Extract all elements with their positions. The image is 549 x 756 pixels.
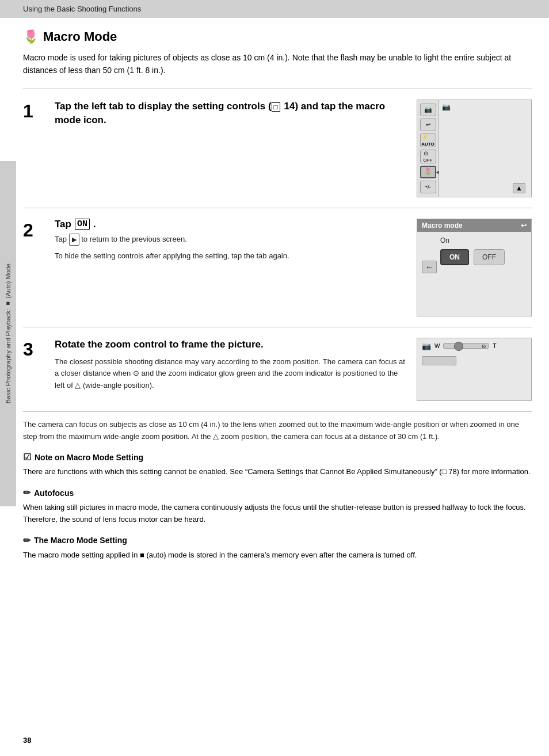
step-2-desc-2: To hide the setting controls after apply… [55, 250, 405, 262]
step-2-image: Macro mode ↩ ← On ON OFF [417, 219, 532, 316]
note-text-2: When taking still pictures in macro mode… [23, 502, 532, 526]
note-section-2: ✏ Autofocus When taking still pictures i… [23, 487, 532, 526]
macro-mode-icon: 🌷 [23, 29, 39, 44]
step-2-desc-1: Tap ▶ to return to the previous screen. [55, 234, 405, 246]
step-3-desc: The closest possible shooting distance m… [55, 356, 405, 392]
side-tab: Basic Photography and Playback: ■ (Auto)… [0, 161, 16, 506]
note-text-1: There are functions with which this sett… [23, 466, 532, 478]
section-title-block: 🌷 Macro Mode [23, 29, 532, 44]
cam-btn-camera: 📷 [420, 104, 436, 116]
step-2-camera-ui: Macro mode ↩ ← On ON OFF [417, 219, 532, 316]
note-heading-3: The Macro Mode Setting [34, 536, 127, 545]
cam3-tele-label: T [493, 343, 496, 349]
main-content: 🌷 Macro Mode Macro mode is used for taki… [23, 18, 532, 562]
cam-btn-exposure: +/- [420, 181, 436, 193]
cam2-on-button[interactable]: ON [440, 249, 469, 265]
cam2-back-btn: ← [422, 261, 437, 273]
note-check-icon: ☑ [23, 452, 31, 463]
note-pencil-icon-1: ✏ [23, 487, 30, 498]
step-1-image: 📷 ↩ ⚡AUTO ⊙OFF 🌷 ◀ [417, 100, 532, 197]
cam2-on-label: On [440, 236, 525, 245]
cam-top-camera-icon: 📷 [442, 103, 451, 111]
cam3-zoom-indicator: ⊙ [443, 343, 489, 349]
step-3-number: 3 [23, 338, 43, 358]
note-section-1: ☑ Note on Macro Mode Setting There are f… [23, 452, 532, 478]
note-title-2: ✏ Autofocus [23, 487, 532, 498]
cam2-return-icon: ↩ [521, 222, 527, 230]
note-pencil-icon-2: ✏ [23, 535, 30, 546]
side-tab-label: Basic Photography and Playback: ■ (Auto)… [4, 264, 12, 403]
intro-paragraph: Macro mode is used for taking pictures o… [23, 51, 532, 77]
cam-toolbar-1: 📷 ↩ ⚡AUTO ⊙OFF 🌷 ◀ [417, 100, 439, 197]
cam2-toggle-buttons: ON OFF [440, 249, 525, 265]
note-section-3: ✏ The Macro Mode Setting The macro mode … [23, 535, 532, 562]
cam-btn-self-timer: ⊙OFF [420, 150, 436, 163]
header-title: Using the Basic Shooting Functions [23, 5, 141, 13]
cam-main-view-1: 📷 ▲ [439, 100, 531, 197]
page-ref-icon-1: □ [272, 102, 280, 112]
return-icon-inline: ▶ [69, 234, 79, 246]
cam2-header: Macro mode ↩ [417, 219, 531, 232]
step-1-number: 1 [23, 100, 43, 120]
cam3-wide-label: W [434, 343, 440, 349]
cam3-zoom-circle [454, 342, 463, 351]
step-1-title: Tap the left tab to display the setting … [55, 100, 405, 127]
step-3-title: Rotate the zoom control to frame the pic… [55, 338, 405, 352]
step-3-block: 3 Rotate the zoom control to frame the p… [23, 327, 532, 412]
cam2-header-title: Macro mode [422, 222, 463, 230]
cam3-top-bar: 📷 W ⊙ T [417, 338, 531, 354]
cam3-camera-icon: 📷 [422, 342, 431, 350]
step-1-camera-ui: 📷 ↩ ⚡AUTO ⊙OFF 🌷 ◀ [417, 100, 532, 197]
step-2-content: Tap ON. Tap ▶ to return to the previous … [55, 219, 405, 262]
note-title-3: ✏ The Macro Mode Setting [23, 535, 532, 546]
note-title-1: ☑ Note on Macro Mode Setting [23, 452, 532, 463]
page-header: Using the Basic Shooting Functions [0, 0, 549, 18]
note-heading-1: Note on Macro Mode Setting [35, 453, 143, 462]
step-3-camera-ui: 📷 W ⊙ T [417, 338, 532, 401]
step-2-on-button: ON [75, 219, 90, 230]
step-2-title: Tap ON. [55, 219, 405, 230]
cam-btn-macro: 🌷 ◀ [420, 166, 436, 178]
note-text-3: The macro mode setting applied in ■ (aut… [23, 549, 532, 562]
step-3-image: 📷 W ⊙ T [417, 338, 532, 401]
cam3-bottom-bar [422, 356, 456, 365]
step-1-content: Tap the left tab to display the setting … [55, 100, 405, 132]
cam-arrow-up: ▲ [513, 183, 525, 193]
cam-btn-flash: ⚡AUTO [420, 133, 436, 147]
note-heading-2: Autofocus [34, 488, 74, 498]
step-2-tap-label: Tap [55, 219, 71, 230]
cam2-off-button[interactable]: OFF [474, 249, 505, 265]
cam3-bottom-bar-wrapper [417, 354, 531, 368]
step-1-title-text: Tap the left tab to display the setting … [55, 101, 385, 125]
step-2-block: 2 Tap ON. Tap ▶ to return to the previou… [23, 208, 532, 327]
cam-btn-arrow: ↩ [420, 119, 436, 131]
section-title: Macro Mode [43, 29, 117, 44]
cam3-zoom-circle-icon: ⊙ [482, 343, 486, 349]
step-3-extra-text: The camera can focus on subjects as clos… [23, 419, 532, 443]
step-2-number: 2 [23, 219, 43, 239]
step-1-block: 1 Tap the left tab to display the settin… [23, 89, 532, 208]
step-3-content: Rotate the zoom control to frame the pic… [55, 338, 405, 392]
page-number: 38 [23, 736, 31, 744]
